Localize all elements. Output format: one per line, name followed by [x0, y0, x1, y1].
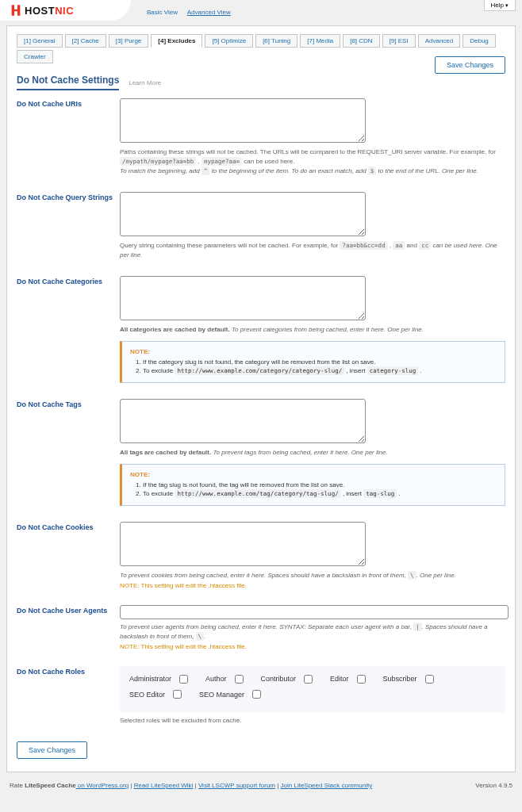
footer-link-slack[interactable]: Join LiteSpeed Slack community — [281, 782, 373, 789]
tab-11[interactable]: Crawler — [17, 50, 53, 63]
help-tags: All tags are cached by default. To preve… — [120, 448, 505, 458]
save-changes-bottom[interactable]: Save Changes — [17, 741, 87, 759]
footer: Rate LiteSpeed Cache on WordPress.org | … — [0, 777, 522, 794]
tab-10[interactable]: Debug — [463, 34, 496, 48]
role-checkbox[interactable] — [304, 675, 313, 684]
tab-6[interactable]: [7] Media — [300, 34, 340, 48]
role-checkbox[interactable] — [179, 675, 188, 684]
tab-9[interactable]: Advanced — [418, 34, 461, 48]
role-checkbox[interactable] — [252, 690, 261, 699]
warn-user-agents: NOTE: This setting will edit the .htacce… — [120, 643, 505, 650]
role-seo-manager[interactable]: SEO Manager — [199, 690, 261, 699]
role-checkbox[interactable] — [357, 675, 366, 684]
role-contributor[interactable]: Contributor — [261, 675, 313, 684]
tab-7[interactable]: [8] CDN — [343, 34, 379, 48]
input-user-agents[interactable] — [120, 605, 509, 619]
label-categories: Do Not Cache Categories — [17, 276, 120, 383]
save-changes-top[interactable]: Save Changes — [435, 56, 505, 74]
role-editor[interactable]: Editor — [330, 675, 366, 684]
help-uris: Paths containing these strings will not … — [120, 147, 505, 176]
role-author[interactable]: Author — [205, 675, 244, 684]
label-uris: Do Not Cache URIs — [17, 98, 120, 176]
textarea-uris[interactable] — [120, 98, 366, 143]
tab-2[interactable]: [3] Purge — [109, 34, 148, 48]
note-tags: NOTE: If the tag slug is not found, the … — [120, 464, 505, 506]
role-label: Subscriber — [383, 675, 417, 683]
role-administrator[interactable]: Administrator — [129, 675, 188, 684]
label-roles: Do Not Cache Roles — [17, 666, 120, 726]
help-query-strings: Query string containing these parameters… — [120, 241, 505, 260]
role-label: SEO Manager — [199, 691, 244, 699]
textarea-cookies[interactable] — [120, 522, 366, 566]
role-checkbox[interactable] — [425, 675, 434, 684]
label-tags: Do Not Cache Tags — [17, 399, 120, 506]
role-label: Administrator — [129, 675, 171, 683]
role-label: Editor — [330, 675, 349, 683]
learn-more-link[interactable]: Learn More — [129, 79, 161, 86]
basic-view-link[interactable]: Basic View — [147, 9, 178, 16]
page-title: Do Not Cache Settings — [17, 75, 119, 90]
role-label: SEO Editor — [129, 691, 165, 699]
tab-4[interactable]: [5] Optimize — [205, 34, 253, 48]
textarea-query-strings[interactable] — [120, 192, 366, 236]
footer-link-wiki[interactable]: Read LiteSpeed Wiki — [134, 782, 194, 789]
version-text: Version 4.9.5 — [475, 782, 512, 789]
label-query-strings: Do Not Cache Query Strings — [17, 192, 120, 260]
tab-5[interactable]: [6] Tuning — [255, 34, 297, 48]
textarea-categories[interactable] — [120, 276, 366, 320]
role-checkbox[interactable] — [173, 690, 182, 699]
textarea-tags[interactable] — [120, 399, 366, 443]
advanced-view-link[interactable]: Advanced View — [187, 9, 231, 16]
help-user-agents: To prevent user agents from being cached… — [120, 622, 505, 642]
footer-link-wporg[interactable]: on WordPress.org — [76, 782, 129, 789]
view-switch: Basic View Advanced View — [147, 9, 239, 21]
role-checkbox[interactable] — [235, 675, 244, 684]
help-cookies: To prevent cookies from being cached, en… — [120, 571, 505, 580]
role-label: Contributor — [261, 675, 297, 683]
label-cookies: Do Not Cache Cookies — [17, 522, 120, 589]
tab-8[interactable]: [9] ESI — [382, 34, 416, 48]
label-user-agents: Do Not Cache User Agents — [17, 605, 120, 650]
footer-link-support[interactable]: Visit LSCWP support forum — [198, 782, 275, 789]
help-roles: Selected roles will be excluded from cac… — [120, 716, 505, 726]
help-dropdown[interactable]: Help — [484, 0, 516, 11]
help-categories: All categories are cached by default. To… — [120, 325, 505, 335]
hostnic-logo-icon — [10, 4, 22, 17]
role-label: Author — [205, 675, 227, 683]
role-seo-editor[interactable]: SEO Editor — [129, 690, 182, 699]
tab-0[interactable]: [1] General — [17, 34, 63, 48]
site-logo: HOSTNIC — [10, 4, 74, 17]
warn-cookies: NOTE: This setting will edit the .htacce… — [120, 582, 505, 589]
roles-box: AdministratorAuthorContributorEditorSubs… — [120, 666, 505, 713]
note-categories: NOTE: If the category slug is not found,… — [120, 341, 505, 383]
tab-3[interactable]: [4] Excludes — [151, 34, 202, 48]
tab-1[interactable]: [2] Cache — [65, 34, 106, 48]
role-subscriber[interactable]: Subscriber — [383, 675, 434, 684]
tab-bar: [1] General[2] Cache[3] Purge[4] Exclude… — [17, 34, 505, 63]
